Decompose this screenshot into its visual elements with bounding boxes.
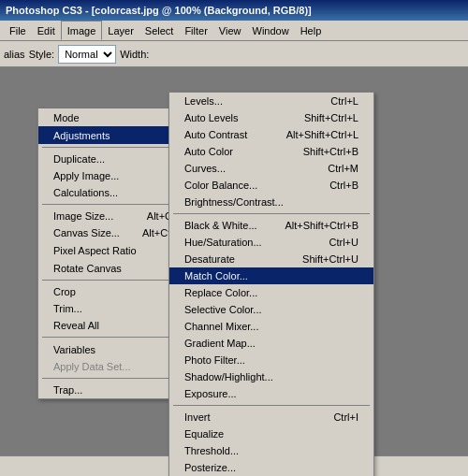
- hue-saturation-shortcut: Ctrl+U: [329, 237, 358, 248]
- hue-saturation-label: Hue/Saturation...: [184, 237, 262, 248]
- menu-filter[interactable]: Filter: [179, 21, 212, 40]
- desaturate-label: Desaturate: [184, 253, 235, 265]
- match-color-label: Match Color...: [184, 270, 248, 281]
- style-select[interactable]: Normal: [58, 45, 116, 64]
- alias-label: alias: [4, 49, 25, 60]
- submenu-selective-color[interactable]: Selective Color...: [169, 301, 373, 318]
- width-label: Width:: [120, 49, 149, 60]
- submenu-levels[interactable]: Levels... Ctrl+L: [169, 93, 373, 109]
- menu-layer[interactable]: Layer: [102, 21, 139, 40]
- desaturate-shortcut: Shift+Ctrl+U: [302, 253, 358, 265]
- toolbar: alias Style: Normal Width:: [0, 41, 468, 67]
- invert-shortcut: Ctrl+I: [333, 411, 358, 423]
- variables-label: Variables: [53, 344, 95, 355]
- canvas-size-label: Canvas Size...: [53, 227, 120, 238]
- black-white-label: Black & White...: [184, 220, 257, 231]
- duplicate-label: Duplicate...: [53, 153, 105, 165]
- brightness-contrast-label: Brightness/Contrast...: [184, 196, 284, 208]
- posterize-label: Posterize...: [184, 462, 236, 473]
- submenu-invert[interactable]: Invert Ctrl+I: [169, 409, 373, 426]
- submenu-brightness-contrast[interactable]: Brightness/Contrast...: [169, 194, 373, 210]
- gradient-map-label: Gradient Map...: [184, 338, 256, 349]
- submenu-equalize[interactable]: Equalize: [169, 426, 373, 442]
- curves-label: Curves...: [184, 163, 226, 174]
- submenu-color-balance[interactable]: Color Balance... Ctrl+B: [169, 177, 373, 194]
- replace-color-label: Replace Color...: [184, 287, 257, 298]
- equalize-label: Equalize: [184, 428, 224, 440]
- levels-shortcut: Ctrl+L: [330, 95, 358, 107]
- menu-view[interactable]: View: [213, 21, 247, 40]
- submenu-posterize[interactable]: Posterize...: [169, 459, 373, 476]
- menu-item-mode-label: Mode: [53, 112, 80, 123]
- submenu-auto-levels[interactable]: Auto Levels Shift+Ctrl+L: [169, 109, 373, 126]
- exposure-label: Exposure...: [184, 388, 237, 399]
- menu-edit[interactable]: Edit: [32, 21, 61, 40]
- auto-contrast-label: Auto Contrast: [184, 129, 247, 140]
- adjustments-submenu: Levels... Ctrl+L Auto Levels Shift+Ctrl+…: [168, 92, 374, 476]
- adj-separator-1: [173, 213, 370, 214]
- menu-file[interactable]: File: [4, 21, 32, 40]
- levels-label: Levels...: [184, 95, 223, 107]
- auto-levels-shortcut: Shift+Ctrl+L: [304, 112, 358, 123]
- apply-image-label: Apply Image...: [53, 170, 119, 181]
- menu-bar: File Edit Image Layer Select Filter View…: [0, 21, 468, 41]
- submenu-exposure[interactable]: Exposure...: [169, 385, 373, 402]
- submenu-auto-contrast[interactable]: Auto Contrast Alt+Shift+Ctrl+L: [169, 126, 373, 143]
- trap-label: Trap...: [53, 384, 82, 396]
- reveal-all-label: Reveal All: [53, 320, 99, 331]
- adj-separator-2: [173, 405, 370, 406]
- style-label: Style:: [29, 49, 55, 60]
- auto-contrast-shortcut: Alt+Shift+Ctrl+L: [286, 129, 358, 140]
- menu-help[interactable]: Help: [295, 21, 328, 40]
- color-balance-shortcut: Ctrl+B: [329, 180, 358, 191]
- selective-color-label: Selective Color...: [184, 304, 262, 315]
- curves-shortcut: Ctrl+M: [328, 163, 358, 174]
- crop-label: Crop: [53, 286, 76, 297]
- submenu-channel-mixer[interactable]: Channel Mixer...: [169, 318, 373, 335]
- menu-image[interactable]: Image: [61, 21, 103, 40]
- submenu-desaturate[interactable]: Desaturate Shift+Ctrl+U: [169, 251, 373, 267]
- calculations-label: Calculations...: [53, 187, 118, 198]
- menu-window[interactable]: Window: [247, 21, 295, 40]
- auto-color-label: Auto Color: [184, 146, 233, 157]
- channel-mixer-label: Channel Mixer...: [184, 321, 258, 332]
- shadow-highlight-label: Shadow/Highlight...: [184, 371, 273, 382]
- submenu-gradient-map[interactable]: Gradient Map...: [169, 335, 373, 352]
- submenu-threshold[interactable]: Threshold...: [169, 442, 373, 459]
- menu-item-adjustments-label: Adjustments: [53, 130, 110, 141]
- invert-label: Invert: [184, 411, 211, 423]
- rotate-canvas-label: Rotate Canvas: [53, 263, 122, 274]
- black-white-shortcut: Alt+Shift+Ctrl+B: [285, 220, 358, 231]
- submenu-shadow-highlight[interactable]: Shadow/Highlight...: [169, 368, 373, 385]
- photo-filter-label: Photo Filter...: [184, 354, 245, 366]
- auto-levels-label: Auto Levels: [184, 112, 238, 123]
- submenu-replace-color[interactable]: Replace Color...: [169, 284, 373, 301]
- pixel-aspect-label: Pixel Aspect Ratio: [53, 245, 137, 256]
- submenu-hue-saturation[interactable]: Hue/Saturation... Ctrl+U: [169, 234, 373, 251]
- submenu-curves[interactable]: Curves... Ctrl+M: [169, 160, 373, 177]
- submenu-match-color[interactable]: Match Color...: [169, 267, 373, 284]
- color-balance-label: Color Balance...: [184, 180, 257, 191]
- submenu-photo-filter[interactable]: Photo Filter...: [169, 352, 373, 368]
- title-bar: Photoshop CS3 - [colorcast.jpg @ 100% (B…: [0, 0, 468, 21]
- auto-color-shortcut: Shift+Ctrl+B: [303, 146, 358, 157]
- image-size-label: Image Size...: [53, 210, 113, 222]
- apply-data-label: Apply Data Set...: [53, 361, 131, 372]
- threshold-label: Threshold...: [184, 445, 239, 456]
- title-text: Photoshop CS3 - [colorcast.jpg @ 100% (B…: [6, 5, 312, 16]
- submenu-auto-color[interactable]: Auto Color Shift+Ctrl+B: [169, 143, 373, 160]
- menu-select[interactable]: Select: [139, 21, 180, 40]
- submenu-black-white[interactable]: Black & White... Alt+Shift+Ctrl+B: [169, 217, 373, 234]
- trim-label: Trim...: [53, 303, 82, 314]
